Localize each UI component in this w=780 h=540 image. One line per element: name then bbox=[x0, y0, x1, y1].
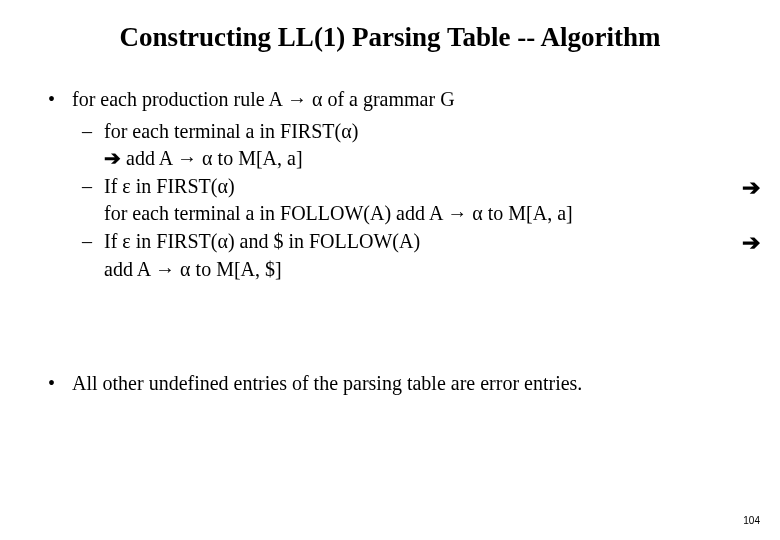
bullet-level-1: • All other undefined entries of the par… bbox=[48, 372, 760, 395]
bullet-level-2: – for each terminal a in FIRST(α) bbox=[48, 118, 760, 146]
continuation-line: add A → α to M[A, $] bbox=[48, 256, 760, 284]
continuation-line: for each terminal a in FOLLOW(A) add A →… bbox=[48, 200, 760, 228]
body-content: • for each production rule A → α of a gr… bbox=[48, 86, 760, 283]
page-number: 104 bbox=[743, 515, 760, 526]
bullet-dot-icon: • bbox=[48, 86, 55, 114]
bullet-dot-icon: • bbox=[48, 372, 55, 395]
sub1-text: for each terminal a in FIRST(α) bbox=[104, 120, 358, 142]
sub3-cont: add A → α to M[A, $] bbox=[104, 258, 282, 280]
sub3-text: If ε in FIRST(α) and $ in FOLLOW(A) bbox=[104, 230, 420, 252]
bullet-dash-icon: – bbox=[82, 118, 92, 146]
bullet-dash-icon: – bbox=[82, 173, 92, 201]
sub2-cont: for each terminal a in FOLLOW(A) add A →… bbox=[104, 202, 573, 224]
bullet-level-1: • for each production rule A → α of a gr… bbox=[48, 86, 760, 114]
bullet-level-2: – If ε in FIRST(α) and $ in FOLLOW(A) ➔ bbox=[48, 228, 760, 256]
bullet-level-2: – If ε in FIRST(α) ➔ bbox=[48, 173, 760, 201]
right-arrow-icon: ➔ bbox=[742, 228, 760, 258]
sub2-text: If ε in FIRST(α) bbox=[104, 175, 235, 197]
footnote-text: All other undefined entries of the parsi… bbox=[72, 372, 582, 394]
page-title: Constructing LL(1) Parsing Table -- Algo… bbox=[0, 22, 780, 53]
inline-arrow-icon: ➔ bbox=[104, 147, 121, 169]
footnote-block: • All other undefined entries of the par… bbox=[48, 372, 760, 395]
bullet-dash-icon: – bbox=[82, 228, 92, 256]
sub1-action: add A → α to M[A, a] bbox=[121, 147, 303, 169]
bullet1-text: for each production rule A → α of a gram… bbox=[72, 88, 455, 110]
slide: Constructing LL(1) Parsing Table -- Algo… bbox=[0, 0, 780, 540]
right-arrow-icon: ➔ bbox=[742, 173, 760, 203]
continuation-line: ➔ add A → α to M[A, a] bbox=[48, 145, 760, 173]
